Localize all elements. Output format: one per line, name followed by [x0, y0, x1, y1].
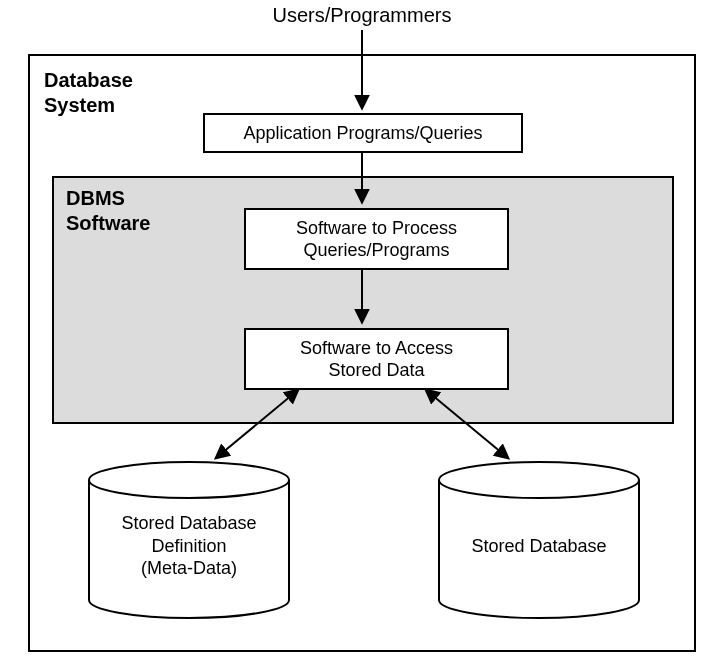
access-stored-data-node: Software to AccessStored Data [244, 328, 509, 390]
application-programs-node: Application Programs/Queries [203, 113, 523, 153]
database-system-box: DatabaseSystem Application Programs/Quer… [28, 54, 696, 652]
meta-data-cylinder: Stored DatabaseDefinition(Meta-Data) [84, 460, 294, 620]
stored-database-cylinder: Stored Database [434, 460, 644, 620]
svg-point-0 [89, 462, 289, 498]
users-programmers-label: Users/Programmers [0, 4, 724, 27]
meta-data-cylinder-label: Stored DatabaseDefinition(Meta-Data) [121, 512, 256, 580]
dbms-software-box: DBMSSoftware Software to ProcessQueries/… [52, 176, 674, 424]
dbms-software-label: DBMSSoftware [66, 186, 150, 236]
stored-database-cylinder-label: Stored Database [471, 535, 606, 558]
database-system-label: DatabaseSystem [44, 68, 133, 118]
diagram-canvas: Users/Programmers DatabaseSystem Applica… [0, 0, 724, 662]
process-queries-node: Software to ProcessQueries/Programs [244, 208, 509, 270]
svg-point-1 [439, 462, 639, 498]
